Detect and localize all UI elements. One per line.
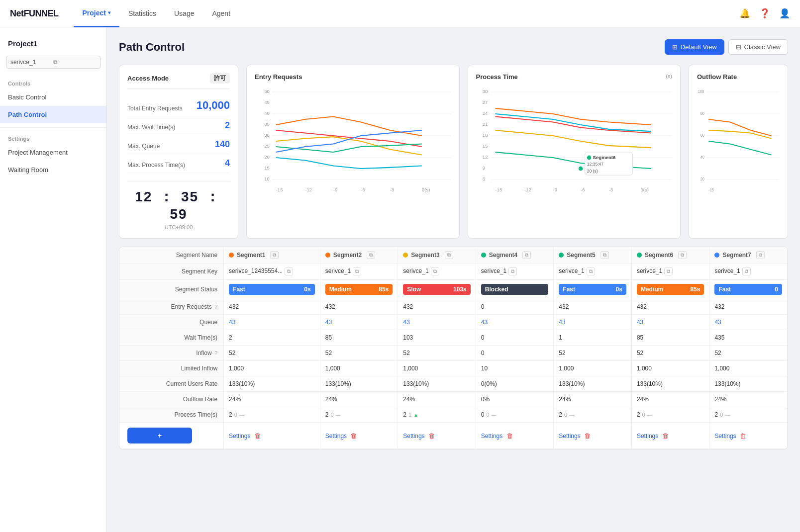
seg2-queue-link[interactable]: 43 [325,319,332,326]
seg2-settings-button[interactable]: Settings [325,433,347,440]
grid-icon: ⊞ [672,43,678,51]
seg7-copy-button[interactable]: ⧉ [756,251,765,259]
seg4-outflow: 0% [476,392,554,407]
seg4-limited: 10 [476,361,554,376]
seg5-settings-button[interactable]: Settings [559,433,580,440]
seg1-entry: 432 [224,299,320,315]
seg3-settings-button[interactable]: Settings [403,433,424,440]
seg3-key-copy[interactable]: ⧉ [431,267,439,275]
seg4-key-cell: serivce_1⧉ [476,264,554,280]
seg7-settings-button[interactable]: Settings [714,433,736,440]
seg1-delete-button[interactable]: 🗑 [252,432,263,440]
seg5-delete-button[interactable]: 🗑 [582,432,593,440]
seg5-copy-button[interactable]: ⧉ [600,251,609,259]
access-mode-value: 許可 [210,73,230,84]
default-view-button[interactable]: ⊞ Default View [665,39,724,55]
stat-max-wait: Max. Wait Time(s) 2 [127,116,230,135]
bell-icon[interactable]: 🔔 [739,8,750,19]
seg4-queue-link[interactable]: 43 [481,319,488,326]
seg5-status-cell: Fast0s [554,280,632,299]
seg4-settings-button[interactable]: Settings [481,433,502,440]
seg5-wait: 1 [554,330,632,346]
seg2-copy-button[interactable]: ⧉ [367,251,375,259]
classic-view-button[interactable]: ⊟ Classic View [728,39,788,55]
seg4-delete-button[interactable]: 🗑 [504,432,515,440]
seg7-key-copy[interactable]: ⧉ [742,267,751,275]
svg-text:24: 24 [482,110,488,116]
seg5-queue-link[interactable]: 43 [559,319,565,326]
nav-statistics[interactable]: Statistics [119,0,165,27]
process-time-chart-card: Process Time (s) 30 27 24 21 18 15 12 9 … [468,65,681,239]
seg6-queue-link[interactable]: 43 [637,319,643,326]
seg3-queue-link[interactable]: 43 [403,319,409,326]
svg-text:27: 27 [482,99,488,105]
nav-usage[interactable]: Usage [165,0,203,27]
seg7-queue-link[interactable]: 43 [714,319,721,326]
seg7-queue: 43 [709,315,788,330]
svg-text:-15: -15 [276,187,283,192]
seg3-queue: 43 [398,315,476,330]
svg-text:15: 15 [264,165,270,171]
seg1-process: 20— [224,407,320,423]
seg1-actions: Settings 🗑 [224,423,320,449]
clock-colon1: ： [159,189,174,204]
seg6-delete-button[interactable]: 🗑 [660,432,671,440]
sidebar-item-basic-control[interactable]: Basic Control [0,89,106,106]
seg1-settings-button[interactable]: Settings [229,433,250,440]
entry-info-icon[interactable]: ? [214,304,217,310]
sidebar-service-selector[interactable]: serivce_1 ⧉ [6,56,100,69]
seg3-inflow: 52 [398,346,476,361]
sidebar-item-path-control[interactable]: Path Control [0,106,106,123]
seg1-limited: 1,000 [224,361,320,376]
table-row-inflow: Inflow ? 52 52 52 0 52 52 52 [119,346,788,361]
seg7-delete-button[interactable]: 🗑 [738,432,748,440]
inflow-info-icon[interactable]: ? [214,350,217,356]
seg1-copy-button[interactable]: ⧉ [270,251,279,259]
help-icon[interactable]: ❓ [759,8,770,19]
access-card: Access Mode 許可 Total Entry Requests 10,0… [119,65,238,239]
add-segment-button[interactable]: + [127,428,192,443]
seg5-key-copy[interactable]: ⧉ [587,267,595,275]
seg6-settings-button[interactable]: Settings [637,433,658,440]
copy-icon[interactable]: ⧉ [53,59,96,66]
seg1-key-cell: serivce_12435554...⧉ [224,264,320,280]
sidebar-item-waiting-room[interactable]: Waiting Room [0,161,106,178]
seg4-status-cell: Blocked [476,280,554,299]
svg-text:40: 40 [700,154,704,160]
top-nav: NetFUNNEL Project ▾ Statistics Usage Age… [0,0,800,27]
th-seg2: Segment2 ⧉ [320,247,398,264]
seg1-key-copy[interactable]: ⧉ [285,267,293,275]
clock-seconds: 59 [170,206,187,222]
seg4-copy-button[interactable]: ⧉ [522,251,531,259]
seg2-delete-button[interactable]: 🗑 [348,432,359,440]
seg1-queue-link[interactable]: 43 [229,319,235,326]
seg6-copy-button[interactable]: ⧉ [678,251,687,259]
entry-requests-title: Entry Requests [255,73,451,81]
sidebar-item-project-management[interactable]: Project Management [0,144,106,161]
seg3-copy-button[interactable]: ⧉ [445,251,453,259]
seg3-name: Segment3 [411,252,439,259]
seg3-delete-button[interactable]: 🗑 [426,432,437,440]
nav-agent[interactable]: Agent [203,0,239,27]
seg6-queue: 43 [631,315,709,330]
table-row-queue: Queue 43 43 43 43 43 43 43 [119,315,788,330]
seg6-status-badge: Medium85s [637,284,704,295]
row-label-outflow: Outflow Rate [119,392,224,407]
seg6-process: 20— [631,407,709,423]
svg-text:20: 20 [264,154,270,160]
seg2-key-copy[interactable]: ⧉ [353,267,361,275]
seg7-inflow: 52 [709,346,788,361]
seg4-key-copy[interactable]: ⧉ [508,267,517,275]
seg1-outflow: 24% [224,392,320,407]
table-row-segment-status: Segment Status Fast0s Medium85s Slow103s… [119,280,788,299]
seg3-status-cell: Slow103s [398,280,476,299]
svg-text:30: 30 [264,132,270,138]
svg-text:21: 21 [482,121,488,127]
clock-minutes: 35 [181,189,199,204]
max-process-value: 4 [225,158,230,169]
seg6-key-copy[interactable]: ⧉ [664,267,673,275]
user-icon[interactable]: 👤 [779,8,790,19]
nav-project[interactable]: Project ▾ [74,0,119,27]
max-wait-value: 2 [225,120,230,131]
entry-requests-chart: 50 45 40 35 30 25 20 15 10 -15 [255,87,451,196]
